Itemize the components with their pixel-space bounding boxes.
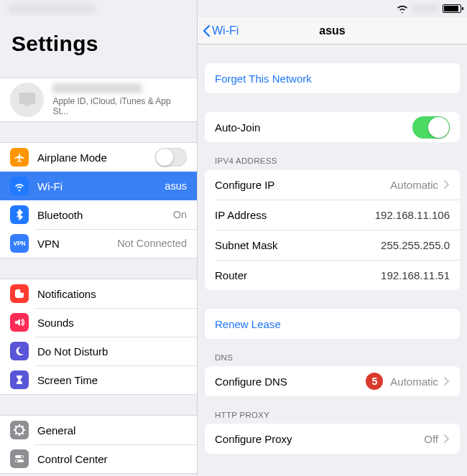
wifi-detail-pane: Wi-Fi asus Forget This Network Auto-Join… <box>198 0 467 476</box>
renew-group: Renew Lease <box>205 309 460 339</box>
back-button[interactable]: Wi-Fi <box>202 17 239 44</box>
bluetooth-icon <box>10 205 29 224</box>
sidebar-item-dnd[interactable]: Do Not Disturb <box>0 337 197 365</box>
sidebar-item-label: Airplane Mode <box>37 151 107 164</box>
configure-dns-cell[interactable]: Configure DNS 5 Automatic <box>205 366 460 396</box>
proxy-group: Configure Proxy Off <box>205 424 460 454</box>
settings-title: Settings <box>0 17 197 63</box>
hourglass-icon <box>10 370 29 389</box>
sidebar-item-value: On <box>173 209 187 220</box>
forget-network-button[interactable]: Forget This Network <box>205 63 460 93</box>
airplane-icon <box>10 148 29 167</box>
battery-pct-blurred <box>412 4 438 13</box>
wifi-status-icon <box>397 4 408 13</box>
chevron-right-icon <box>444 180 450 189</box>
ipv4-section-header: IPV4 ADDRESS <box>198 157 467 169</box>
sidebar-item-label: Notifications <box>37 288 96 300</box>
sidebar-item-general[interactable]: General <box>0 416 197 444</box>
switches-icon <box>10 449 29 468</box>
chevron-right-icon <box>444 377 450 386</box>
status-bar-right <box>198 0 467 17</box>
status-bar-left <box>0 0 197 17</box>
avatar <box>10 83 44 117</box>
autojoin-cell[interactable]: Auto-Join <box>205 112 460 142</box>
sidebar-item-value: asus <box>165 180 187 192</box>
dns-group: Configure DNS 5 Automatic <box>205 366 460 396</box>
sidebar-item-bluetooth[interactable]: Bluetooth On <box>0 200 197 229</box>
router-cell: Router 192.168.11.51 <box>205 260 460 290</box>
apple-id-subtitle: Apple ID, iCloud, iTunes & App St... <box>52 96 187 116</box>
sidebar-item-label: Control Center <box>37 453 108 465</box>
configure-proxy-cell[interactable]: Configure Proxy Off <box>205 424 460 454</box>
settings-sidebar: Settings Apple ID, iCloud, iTunes & App … <box>0 0 198 476</box>
svg-rect-17 <box>19 93 35 104</box>
sidebar-item-label: Bluetooth <box>37 209 83 221</box>
apple-id-group: Apple ID, iCloud, iTunes & App St... <box>0 78 197 122</box>
proxy-section-header: HTTP PROXY <box>198 411 467 424</box>
subnet-mask-cell: Subnet Mask 255.255.255.0 <box>205 230 460 260</box>
sidebar-item-vpn[interactable]: VPN Not Connected <box>0 229 197 258</box>
airplane-toggle[interactable] <box>155 148 187 167</box>
moon-icon <box>10 342 29 360</box>
sidebar-item-screentime[interactable]: Screen Time <box>0 365 197 394</box>
detail-navbar: Wi-Fi asus <box>198 17 467 45</box>
sidebar-item-wifi[interactable]: Wi-Fi asus <box>0 172 197 200</box>
sounds-icon <box>10 313 29 332</box>
renew-lease-button[interactable]: Renew Lease <box>205 309 460 339</box>
sidebar-item-notifications[interactable]: Notifications <box>0 279 197 308</box>
forget-group: Forget This Network <box>205 63 460 93</box>
detail-title: asus <box>319 24 345 37</box>
settings-group-connectivity: Airplane Mode Wi-Fi asus Bluetooth On VP… <box>0 142 197 258</box>
sidebar-item-label: VPN <box>37 238 60 250</box>
apple-id-cell[interactable]: Apple ID, iCloud, iTunes & App St... <box>0 78 197 121</box>
sidebar-item-airplane[interactable]: Airplane Mode <box>0 143 197 172</box>
configure-ip-cell[interactable]: Configure IP Automatic <box>205 169 460 200</box>
svg-rect-18 <box>24 104 30 106</box>
dns-section-header: DNS <box>198 353 467 366</box>
user-name-blurred <box>52 83 142 93</box>
detail-body: Forget This Network Auto-Join IPV4 ADDRE… <box>198 45 467 476</box>
autojoin-toggle[interactable] <box>412 116 450 139</box>
carrier-label-blurred <box>9 4 95 14</box>
notifications-icon <box>10 284 29 303</box>
wifi-icon <box>10 177 29 195</box>
ipv4-group: Configure IP Automatic IP Address 192.16… <box>205 169 460 290</box>
vpn-icon <box>10 234 29 253</box>
back-label: Wi-Fi <box>212 24 239 37</box>
autojoin-group: Auto-Join <box>205 112 460 142</box>
settings-group-general: General Control Center <box>0 415 197 474</box>
sidebar-item-label: Wi-Fi <box>37 180 63 192</box>
sidebar-item-sounds[interactable]: Sounds <box>0 308 197 337</box>
sidebar-item-value: Not Connected <box>117 238 187 249</box>
step-callout-badge: 5 <box>366 373 383 390</box>
sidebar-item-label: Screen Time <box>37 374 98 386</box>
sidebar-item-label: Do Not Disturb <box>37 345 108 358</box>
sidebar-item-label: General <box>37 424 75 437</box>
sidebar-item-controlcenter[interactable]: Control Center <box>0 444 197 473</box>
battery-icon <box>443 4 461 13</box>
sidebar-item-label: Sounds <box>37 317 74 329</box>
gear-icon <box>10 421 29 439</box>
settings-group-notifications: Notifications Sounds Do Not Disturb Scre… <box>0 279 197 395</box>
chevron-right-icon <box>444 434 450 443</box>
ip-address-cell: IP Address 192.168.11.106 <box>205 200 460 230</box>
